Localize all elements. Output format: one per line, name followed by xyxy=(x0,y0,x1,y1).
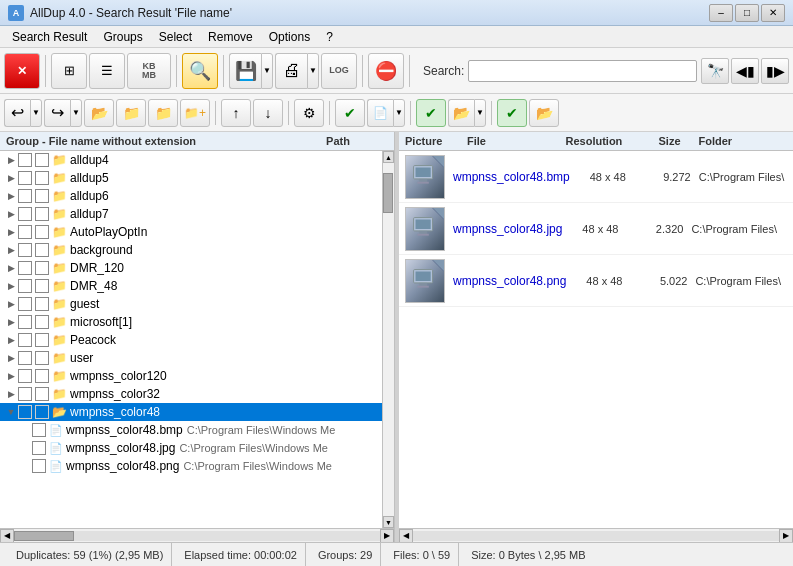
checkbox2-color32[interactable] xyxy=(35,387,49,401)
checkbox-user[interactable] xyxy=(18,351,32,365)
menu-remove[interactable]: Remove xyxy=(200,28,261,46)
checkbox2-background[interactable] xyxy=(35,243,49,257)
file-button[interactable]: 📄 xyxy=(367,99,393,127)
log-button[interactable]: LOG xyxy=(321,53,357,89)
tree-item-color32[interactable]: ▶ 📁 wmpnss_color32 xyxy=(0,385,382,403)
hscroll-left[interactable]: ◀ xyxy=(0,529,14,543)
checkbox2-alldup7[interactable] xyxy=(35,207,49,221)
file-row-bmp[interactable]: wmpnss_color48.bmp 48 x 48 9.272 C:\Prog… xyxy=(399,151,793,203)
tree-item-user[interactable]: ▶ 📁 user xyxy=(0,349,382,367)
maximize-button[interactable]: □ xyxy=(735,4,759,22)
check-button[interactable]: ✔ xyxy=(335,99,365,127)
checkbox2-microsoft[interactable] xyxy=(35,315,49,329)
right-hscroll-left[interactable]: ◀ xyxy=(399,529,413,543)
checkbox-microsoft[interactable] xyxy=(18,315,32,329)
search-next-button[interactable]: ▮▶ xyxy=(761,58,789,84)
menu-options[interactable]: Options xyxy=(261,28,318,46)
folder2-dropdown[interactable]: ▼ xyxy=(474,99,486,127)
tree-item-dmr48[interactable]: ▶ 📁 DMR_48 xyxy=(0,277,382,295)
vscroll-up[interactable]: ▲ xyxy=(383,151,394,163)
checkbox-alldup5[interactable] xyxy=(18,171,32,185)
view-details-button[interactable]: ⊞ xyxy=(51,53,87,89)
checkbox-dmr48[interactable] xyxy=(18,279,32,293)
move-down-button[interactable]: ↓ xyxy=(253,99,283,127)
tree-item-alldup5[interactable]: ▶ 📁 alldup5 xyxy=(0,169,382,187)
checkbox2-dmr48[interactable] xyxy=(35,279,49,293)
check2-button[interactable]: ✔ xyxy=(416,99,446,127)
move-up-button[interactable]: ↑ xyxy=(221,99,251,127)
checkbox-jpg[interactable] xyxy=(32,441,46,455)
tree-item-microsoft[interactable]: ▶ 📁 microsoft[1] xyxy=(0,313,382,331)
checkbox2-alldup5[interactable] xyxy=(35,171,49,185)
checkbox2-guest[interactable] xyxy=(35,297,49,311)
checkbox-color32[interactable] xyxy=(18,387,32,401)
checkbox-color120[interactable] xyxy=(18,369,32,383)
save-button[interactable]: 💾 xyxy=(229,53,261,89)
tree-item-alldup4[interactable]: ▶ 📁 alldup4 xyxy=(0,151,382,169)
checkbox-png[interactable] xyxy=(32,459,46,473)
folder-add-button[interactable]: 📁+ xyxy=(180,99,210,127)
kb-mb-button[interactable]: KBMB xyxy=(127,53,171,89)
folder-new-button[interactable]: 📁 xyxy=(148,99,178,127)
nav-back-dropdown[interactable]: ▼ xyxy=(30,99,42,127)
nav-forward-button[interactable]: ↪ xyxy=(44,99,70,127)
checkbox2-user[interactable] xyxy=(35,351,49,365)
tree-item-color120[interactable]: ▶ 📁 wmpnss_color120 xyxy=(0,367,382,385)
checkbox2-dmr120[interactable] xyxy=(35,261,49,275)
folder-open-button[interactable]: 📂 xyxy=(84,99,114,127)
checkbox-autoplay[interactable] xyxy=(18,225,32,239)
checkbox2-color120[interactable] xyxy=(35,369,49,383)
tree-item-alldup6[interactable]: ▶ 📁 alldup6 xyxy=(0,187,382,205)
checkbox-alldup4[interactable] xyxy=(18,153,32,167)
menu-help[interactable]: ? xyxy=(318,28,341,46)
right-hscroll-right[interactable]: ▶ xyxy=(779,529,793,543)
file-row-jpg[interactable]: wmpnss_color48.jpg 48 x 48 2.320 C:\Prog… xyxy=(399,203,793,255)
cancel-button[interactable]: ⛔ xyxy=(368,53,404,89)
check3-button[interactable]: ✔ xyxy=(497,99,527,127)
vscroll-thumb[interactable] xyxy=(383,173,393,213)
tree-sub-jpg[interactable]: 📄 wmpnss_color48.jpg C:\Program Files\Wi… xyxy=(0,439,382,457)
file-row-png[interactable]: wmpnss_color48.png 48 x 48 5.022 C:\Prog… xyxy=(399,255,793,307)
file-dropdown[interactable]: ▼ xyxy=(393,99,405,127)
nav-forward-dropdown[interactable]: ▼ xyxy=(70,99,82,127)
close-button[interactable]: ✕ xyxy=(761,4,785,22)
tree-sub-bmp[interactable]: 📄 wmpnss_color48.bmp C:\Program Files\Wi… xyxy=(0,421,382,439)
checkbox2-color48[interactable] xyxy=(35,405,49,419)
folder-parent-button[interactable]: 📁 xyxy=(116,99,146,127)
nav-back-button[interactable]: ↩ xyxy=(4,99,30,127)
settings-button[interactable]: ⚙ xyxy=(294,99,324,127)
search-prev-button[interactable]: ◀▮ xyxy=(731,58,759,84)
vscroll-down[interactable]: ▼ xyxy=(383,516,394,528)
checkbox2-alldup4[interactable] xyxy=(35,153,49,167)
print-button[interactable]: 🖨 xyxy=(275,53,307,89)
folder2-button[interactable]: 📂 xyxy=(448,99,474,127)
search-input[interactable] xyxy=(468,60,697,82)
checkbox-alldup6[interactable] xyxy=(18,189,32,203)
menu-search-result[interactable]: Search Result xyxy=(4,28,95,46)
print-dropdown-button[interactable]: ▼ xyxy=(307,53,319,89)
checkbox-peacock[interactable] xyxy=(18,333,32,347)
checkbox2-alldup6[interactable] xyxy=(35,189,49,203)
tree-item-guest[interactable]: ▶ 📁 guest xyxy=(0,295,382,313)
search-button[interactable]: 🔍 xyxy=(182,53,218,89)
tree-item-peacock[interactable]: ▶ 📁 Peacock xyxy=(0,331,382,349)
tree-sub-png[interactable]: 📄 wmpnss_color48.png C:\Program Files\Wi… xyxy=(0,457,382,475)
tree-item-background[interactable]: ▶ 📁 background xyxy=(0,241,382,259)
tree-item-alldup7[interactable]: ▶ 📁 alldup7 xyxy=(0,205,382,223)
checkbox2-autoplay[interactable] xyxy=(35,225,49,239)
save-dropdown-button[interactable]: ▼ xyxy=(261,53,273,89)
checkbox-color48[interactable] xyxy=(18,405,32,419)
folder3-button[interactable]: 📂 xyxy=(529,99,559,127)
hscroll-right[interactable]: ▶ xyxy=(380,529,394,543)
tree-item-color48[interactable]: ▼ 📂 wmpnss_color48 xyxy=(0,403,382,421)
checkbox2-peacock[interactable] xyxy=(35,333,49,347)
checkbox-dmr120[interactable] xyxy=(18,261,32,275)
checkbox-alldup7[interactable] xyxy=(18,207,32,221)
tree-item-autoplay[interactable]: ▶ 📁 AutoPlayOptIn xyxy=(0,223,382,241)
tree-item-dmr120[interactable]: ▶ 📁 DMR_120 xyxy=(0,259,382,277)
checkbox-guest[interactable] xyxy=(18,297,32,311)
menu-select[interactable]: Select xyxy=(151,28,200,46)
view-list-button[interactable]: ☰ xyxy=(89,53,125,89)
checkbox-bmp[interactable] xyxy=(32,423,46,437)
hscroll-thumb[interactable] xyxy=(14,531,74,541)
